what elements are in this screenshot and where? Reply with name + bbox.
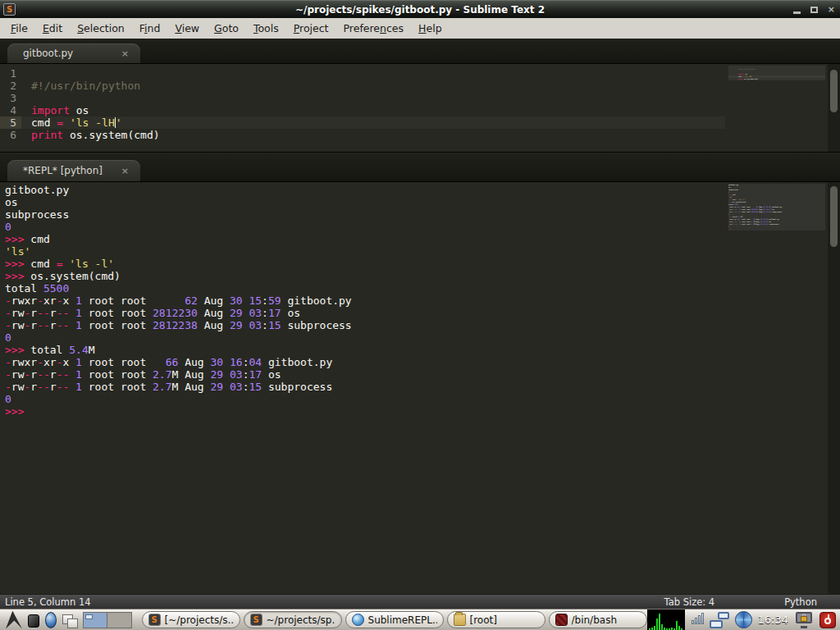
- repl-line: -rw-r--r-- 1 root root 2812230 Aug 29 03…: [5, 307, 725, 319]
- code-token: #!/usr/bin/python: [31, 80, 140, 92]
- tab-close-icon[interactable]: ×: [121, 166, 129, 176]
- editor-scrollbar-thumb[interactable]: [830, 70, 838, 112]
- code-token: cmd: [30, 258, 56, 270]
- code-token: --: [37, 381, 50, 393]
- editor-line: 5cmd = 'ls -lH': [0, 116, 725, 129]
- tab-size-indicator[interactable]: Tab Size: 4: [664, 596, 715, 608]
- code-token: rw: [11, 381, 25, 393]
- desktop-pager[interactable]: [83, 612, 132, 628]
- repl-line: >>>: [5, 405, 725, 418]
- editor-scrollbar[interactable]: [828, 64, 840, 152]
- code-token: import: [31, 104, 70, 116]
- repl-output[interactable]: gitboot.pyossubprocess0>>> cmd'ls'>>> cm…: [5, 184, 725, 418]
- code-token: subprocess: [281, 319, 352, 331]
- menu-view[interactable]: View: [167, 20, 207, 37]
- taskbar-windows: S[~/projects/s...S~/projects/sp...Sublim…: [142, 611, 647, 628]
- code-token: root root: [82, 381, 153, 393]
- taskbar-window-5[interactable]: /bin/bash: [549, 611, 647, 628]
- code-token: 17: [268, 307, 281, 319]
- code-token: cmd: [31, 116, 57, 129]
- code-token: Aug: [178, 356, 210, 368]
- menu-project[interactable]: Project: [286, 20, 336, 37]
- code-token: >>>: [5, 233, 30, 245]
- code-token: total: [30, 344, 69, 356]
- code-token: -: [37, 294, 43, 307]
- code-token: r: [50, 319, 57, 331]
- code-token: x: [62, 356, 75, 368]
- repl-minimap-viewport[interactable]: [728, 184, 825, 231]
- code-token: 29: [210, 368, 223, 381]
- menu-find[interactable]: Find: [132, 20, 168, 37]
- window-titlebar[interactable]: S ~/projects/spikes/gitboot.py - Sublime…: [0, 0, 840, 18]
- web-browser-icon[interactable]: [45, 612, 57, 628]
- power-icon[interactable]: [819, 612, 836, 628]
- repl-line: 0: [5, 393, 725, 405]
- clock: 16:34: [758, 614, 788, 626]
- menu-preferences[interactable]: Preferences: [336, 20, 412, 37]
- editor-minimap[interactable]: #!/usr/bin/pythonimport oscmd = 'ls -lH'…: [728, 66, 825, 80]
- code-token: 1: [75, 319, 82, 331]
- pager-desktop-1[interactable]: [83, 612, 107, 628]
- code-token: rw: [11, 319, 25, 331]
- code-token: 29: [210, 381, 223, 393]
- tab-close-icon[interactable]: ×: [121, 48, 129, 59]
- repl-scrollbar[interactable]: [828, 182, 840, 594]
- menu-goto[interactable]: Goto: [207, 20, 246, 37]
- editor-pane[interactable]: 12#!/usr/bin/python34import os5cmd = 'ls…: [0, 64, 840, 153]
- menu-selection[interactable]: Selection: [70, 20, 132, 37]
- code-token: os: [281, 307, 300, 319]
- code-token: 29: [230, 307, 243, 319]
- close-icon[interactable]: ×: [828, 1, 835, 19]
- taskbar-window-1[interactable]: S[~/projects/s...: [142, 611, 240, 628]
- restore-icon[interactable]: [810, 7, 818, 13]
- cpu-monitor-icon[interactable]: [647, 609, 685, 630]
- code-token: gitboot.py: [281, 294, 352, 307]
- code-token: os: [262, 368, 281, 381]
- code-token: root root: [82, 319, 153, 331]
- menu-file[interactable]: File: [3, 20, 35, 37]
- pager-desktop-2[interactable]: [107, 612, 132, 628]
- code-token: r: [30, 307, 37, 319]
- window-list-icon[interactable]: [62, 613, 75, 628]
- code-token: --: [57, 307, 70, 319]
- taskbar-window-4[interactable]: [root]: [447, 611, 546, 628]
- app-launcher-icon[interactable]: [6, 611, 22, 629]
- repl-line: >>> cmd = 'ls -l': [5, 258, 725, 270]
- menu-edit[interactable]: Edit: [35, 20, 70, 37]
- menu-tools[interactable]: Tools: [246, 20, 286, 37]
- swirl-app-icon[interactable]: [735, 611, 752, 628]
- editor-minimap-viewport[interactable]: [728, 66, 825, 80]
- network-signal-icon[interactable]: [692, 613, 704, 624]
- taskbar-window-3[interactable]: SublimeREPL...: [345, 611, 444, 628]
- editor-line: 2#!/usr/bin/python: [0, 80, 725, 92]
- taskbar-window-label: SublimeREPL...: [368, 614, 437, 626]
- minimize-icon[interactable]: [793, 11, 801, 14]
- tab-label: gitboot.py: [23, 48, 73, 59]
- repl-tab-bar: *REPL* [python] ×: [0, 153, 840, 182]
- taskbar-window-2[interactable]: S~/projects/sp...: [244, 611, 342, 628]
- window-layout-icon[interactable]: [710, 611, 729, 629]
- lock-screen-icon[interactable]: [795, 611, 813, 629]
- tab-repl-python[interactable]: *REPL* [python] ×: [7, 160, 140, 181]
- taskbar-window-label: /bin/bash: [572, 614, 617, 626]
- code-token: [223, 356, 230, 368]
- repl-minimap[interactable]: gitboot.pyossubprocess0>>> cmd'ls'>>> cm…: [728, 184, 825, 231]
- code-token: --: [37, 368, 50, 381]
- repl-globe-icon: [352, 614, 364, 626]
- status-bar: Line 5, Column 14 Tab Size: 4 Python: [0, 594, 840, 609]
- code-token: M: [89, 344, 95, 356]
- code-token: cmd: [30, 233, 49, 245]
- code-token: 0: [5, 331, 11, 344]
- terminal-icon: [555, 614, 568, 626]
- show-desktop-icon[interactable]: [28, 614, 39, 628]
- editor-code[interactable]: 12#!/usr/bin/python34import os5cmd = 'ls…: [0, 67, 725, 141]
- code-token: :: [262, 307, 268, 319]
- menu-help[interactable]: Help: [411, 20, 450, 37]
- repl-pane[interactable]: gitboot.pyossubprocess0>>> cmd'ls'>>> cm…: [0, 182, 840, 594]
- repl-line: 'ls': [5, 245, 725, 258]
- tab-gitboot-py[interactable]: gitboot.py ×: [7, 43, 140, 63]
- code-token: r: [50, 307, 57, 319]
- syntax-indicator[interactable]: Python: [784, 596, 817, 608]
- code-token: gitboot.py: [5, 184, 69, 196]
- repl-scrollbar-thumb[interactable]: [830, 186, 838, 247]
